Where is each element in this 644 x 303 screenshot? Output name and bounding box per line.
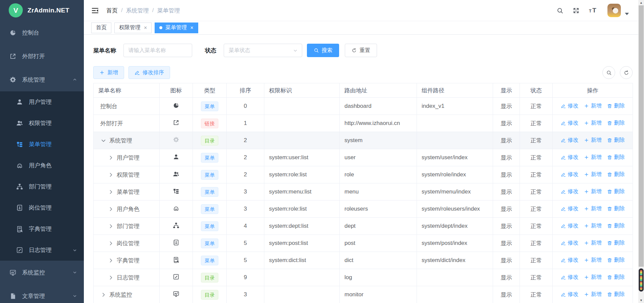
- sidebar-item-user[interactable]: 用户管理: [0, 91, 84, 113]
- add-child-link[interactable]: 新增: [584, 154, 602, 161]
- add-child-link[interactable]: 新增: [584, 102, 602, 110]
- gear-icon: [9, 76, 16, 83]
- app-logo[interactable]: V ZrAdmin.NET: [0, 0, 84, 21]
- add-child-link[interactable]: 新增: [584, 257, 602, 264]
- chevron-right-icon[interactable]: [108, 223, 114, 229]
- sidebar-item-system[interactable]: 系统管理: [0, 68, 84, 91]
- page-scrollbar[interactable]: ▲ ▼: [638, 0, 644, 303]
- close-tab-icon[interactable]: ×: [144, 25, 147, 31]
- menu-name-input[interactable]: [123, 44, 192, 57]
- delete-row-link[interactable]: 删除: [607, 171, 625, 178]
- sidebar-item-monitor[interactable]: 系统监控: [0, 261, 84, 284]
- sidebar-item-dict[interactable]: 字典管理: [0, 218, 84, 240]
- edit-sort-button[interactable]: 修改排序: [128, 66, 170, 79]
- chevron-right-icon[interactable]: [108, 257, 114, 264]
- edit-row-link-label: 修改: [568, 205, 579, 212]
- add-child-link[interactable]: 新增: [584, 291, 602, 298]
- delete-row-link[interactable]: 删除: [607, 120, 625, 127]
- edit-row-link[interactable]: 修改: [561, 240, 579, 247]
- search-button[interactable]: 搜索: [307, 44, 339, 57]
- add-child-link[interactable]: 新增: [584, 274, 602, 281]
- edit-row-link[interactable]: 修改: [561, 222, 579, 229]
- breadcrumb-item[interactable]: 首页: [106, 7, 118, 14]
- delete-row-link[interactable]: 删除: [607, 291, 625, 298]
- sidebar: V ZrAdmin.NET 控制台外部打开系统管理用户管理权限管理菜单管理用户角…: [0, 0, 84, 303]
- chevron-right-icon[interactable]: [108, 240, 114, 247]
- delete-row-link[interactable]: 删除: [607, 274, 625, 281]
- scrollbar-up-icon[interactable]: ▲: [638, 0, 644, 5]
- delete-row-link[interactable]: 删除: [607, 205, 625, 212]
- delete-row-link[interactable]: 删除: [607, 102, 625, 110]
- search-button-label: 搜索: [322, 47, 332, 54]
- delete-row-link[interactable]: 删除: [607, 222, 625, 229]
- chevron-right-icon[interactable]: [108, 274, 114, 281]
- avatar-caret-down-icon[interactable]: [625, 13, 629, 15]
- header-search-icon[interactable]: [556, 7, 564, 14]
- sidebar-item-external-open[interactable]: 外部打开: [0, 44, 84, 68]
- menu-status-select[interactable]: 菜单状态: [224, 44, 302, 57]
- chevron-right-icon[interactable]: [108, 206, 114, 212]
- add-menu-button[interactable]: 新增: [93, 66, 124, 79]
- add-child-link[interactable]: 新增: [584, 137, 602, 144]
- edit-row-link[interactable]: 修改: [561, 205, 579, 212]
- collapse-sidebar-icon[interactable]: [91, 7, 99, 14]
- delete-row-link[interactable]: 删除: [607, 137, 625, 144]
- sidebar-item-post[interactable]: 岗位管理: [0, 197, 84, 218]
- close-tab-icon[interactable]: ×: [190, 25, 193, 31]
- post-icon: [16, 204, 23, 211]
- sidebar-item-dept[interactable]: 部门管理: [0, 176, 84, 197]
- edit-row-link[interactable]: 修改: [561, 120, 579, 127]
- scrollbar-down-icon[interactable]: ▼: [638, 298, 644, 303]
- edit-row-link[interactable]: 修改: [561, 274, 579, 281]
- chevron-right-icon[interactable]: [100, 292, 107, 298]
- sidebar-item-dashboard[interactable]: 控制台: [0, 21, 84, 44]
- fullscreen-icon[interactable]: [573, 7, 580, 14]
- add-child-link[interactable]: 新增: [584, 171, 602, 178]
- reset-button[interactable]: 重置: [345, 44, 377, 57]
- chevron-down-icon[interactable]: [100, 137, 107, 144]
- trash-icon: [607, 258, 612, 263]
- scrollbar-thumb[interactable]: [639, 5, 644, 267]
- chevron-right-icon[interactable]: [108, 172, 114, 178]
- edit-row-link[interactable]: 修改: [561, 154, 579, 161]
- tab-role[interactable]: 权限管理×: [114, 23, 152, 33]
- delete-row-link[interactable]: 删除: [607, 257, 625, 264]
- sidebar-item-roleusers[interactable]: 用户角色: [0, 155, 84, 176]
- tab-home[interactable]: 首页: [91, 23, 111, 33]
- add-child-link[interactable]: 新增: [584, 240, 602, 247]
- text-size-icon[interactable]: TT: [589, 6, 599, 14]
- add-child-link[interactable]: 新增: [584, 188, 602, 195]
- plus-icon: [584, 138, 589, 143]
- toggle-search-button[interactable]: [602, 66, 615, 79]
- refresh-table-button[interactable]: [620, 66, 633, 79]
- edit-row-link[interactable]: 修改: [561, 291, 579, 298]
- type-tag: 目录: [201, 136, 218, 145]
- sidebar-item-log[interactable]: 日志管理: [0, 240, 84, 261]
- add-child-link[interactable]: 新增: [584, 205, 602, 212]
- tab-menu[interactable]: 菜单管理×: [155, 23, 198, 33]
- sidebar-item-label: 字典管理: [29, 225, 52, 233]
- status-label: 状态: [205, 47, 216, 54]
- menu-tree-icon: [16, 141, 23, 148]
- sidebar-item-menu[interactable]: 菜单管理: [0, 134, 84, 155]
- trash-icon: [607, 189, 612, 194]
- sidebar-item-article[interactable]: 文章管理: [0, 284, 84, 303]
- edit-row-link[interactable]: 修改: [561, 188, 579, 195]
- add-child-link[interactable]: 新增: [584, 222, 602, 229]
- edit-row-link[interactable]: 修改: [561, 137, 579, 144]
- user-avatar[interactable]: [607, 4, 621, 17]
- sidebar-item-role[interactable]: 权限管理: [0, 113, 84, 134]
- chevron-right-icon[interactable]: [108, 155, 114, 161]
- edit-row-link[interactable]: 修改: [561, 102, 579, 110]
- edit-row-link[interactable]: 修改: [561, 171, 579, 178]
- sidebar-item-label: 菜单管理: [29, 140, 52, 148]
- menu-name: 部门管理: [98, 222, 155, 230]
- edit-row-link[interactable]: 修改: [561, 257, 579, 264]
- delete-row-link[interactable]: 删除: [607, 240, 625, 247]
- add-child-link-label: 新增: [591, 240, 602, 247]
- delete-row-link[interactable]: 删除: [607, 154, 625, 161]
- chevron-right-icon[interactable]: [108, 189, 114, 195]
- delete-row-link[interactable]: 删除: [607, 188, 625, 195]
- menu-name-text: 部门管理: [117, 222, 140, 230]
- add-child-link[interactable]: 新增: [584, 120, 602, 127]
